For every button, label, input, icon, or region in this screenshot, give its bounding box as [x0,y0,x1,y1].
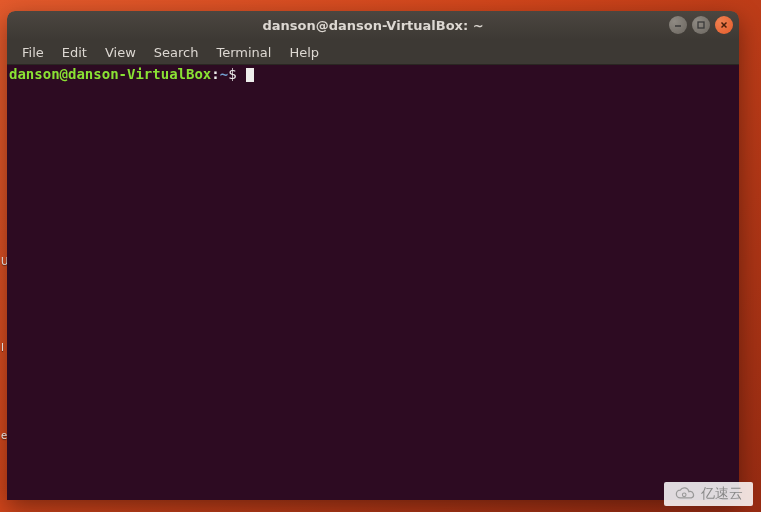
cloud-icon [674,486,696,502]
window-title: danson@danson-VirtualBox: ~ [262,18,483,33]
window-controls [669,16,733,34]
maximize-button[interactable] [692,16,710,34]
prompt-path: ~ [220,66,228,82]
prompt-symbol: $ [228,66,236,82]
menu-help[interactable]: Help [280,42,328,63]
close-button[interactable] [715,16,733,34]
watermark-text: 亿速云 [701,485,743,503]
prompt-separator: : [211,66,219,82]
terminal-body[interactable]: danson@danson-VirtualBox:~$ [7,65,739,500]
minimize-icon [673,20,683,30]
prompt-user-host: danson@danson-VirtualBox [9,66,211,82]
menu-view[interactable]: View [96,42,145,63]
watermark: 亿速云 [664,482,753,506]
launcher-label: I [1,342,4,353]
close-icon [719,20,729,30]
svg-point-4 [682,493,686,497]
window-titlebar[interactable]: danson@danson-VirtualBox: ~ [7,11,739,40]
minimize-button[interactable] [669,16,687,34]
terminal-window: danson@danson-VirtualBox: ~ File Edit Vi… [7,11,739,500]
menubar: File Edit View Search Terminal Help [7,40,739,65]
desktop-background: U I e\ danson@danson-VirtualBox: ~ File … [0,0,761,512]
menu-file[interactable]: File [13,42,53,63]
menu-search[interactable]: Search [145,42,208,63]
menu-terminal[interactable]: Terminal [207,42,280,63]
svg-rect-1 [698,22,704,28]
terminal-cursor [246,68,254,82]
maximize-icon [696,20,706,30]
menu-edit[interactable]: Edit [53,42,96,63]
